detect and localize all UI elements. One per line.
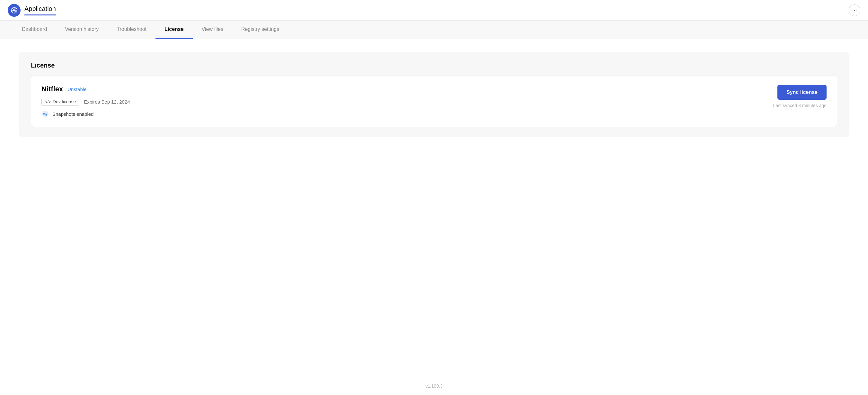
- license-card: Nitflex Unstable </> Dev license Expires…: [31, 76, 837, 127]
- tab-registry-settings[interactable]: Registry settings: [232, 21, 288, 39]
- nav-tabs: Dashboard Version history Troubleshoot L…: [0, 21, 868, 39]
- app-icon: [8, 4, 21, 17]
- license-name: Nitflex: [41, 85, 63, 93]
- header-left: Application: [8, 4, 56, 17]
- footer: v1.109.3: [0, 384, 868, 389]
- unstable-badge: Unstable: [67, 87, 86, 92]
- app-title: Application: [24, 5, 56, 16]
- tab-license[interactable]: License: [155, 21, 193, 39]
- tab-dashboard[interactable]: Dashboard: [13, 21, 56, 39]
- version-text: v1.109.3: [425, 384, 443, 389]
- license-name-row: Nitflex Unstable: [41, 85, 130, 93]
- tab-troubleshoot[interactable]: Troubleshoot: [107, 21, 155, 39]
- snapshots-row: Snapshots enabled: [41, 110, 130, 118]
- main-content: License Nitflex Unstable </> Dev license…: [0, 39, 868, 149]
- license-actions: Sync license Last synced 3 minutes ago: [773, 85, 827, 108]
- last-synced-text: Last synced 3 minutes ago: [773, 103, 827, 108]
- license-section-card: License Nitflex Unstable </> Dev license…: [19, 52, 849, 137]
- dev-license-label: Dev license: [53, 99, 76, 104]
- dev-license-badge: </> Dev license: [41, 98, 79, 106]
- tab-view-files[interactable]: View files: [193, 21, 232, 39]
- license-details-row: </> Dev license Expires Sep 12, 2024: [41, 98, 130, 106]
- snapshots-icon: [41, 110, 49, 118]
- header: Application ···: [0, 0, 868, 21]
- header-menu-button[interactable]: ···: [849, 4, 860, 16]
- section-title: License: [31, 62, 837, 69]
- tab-version-history[interactable]: Version history: [56, 21, 107, 39]
- code-icon: </>: [45, 100, 51, 104]
- sync-license-button[interactable]: Sync license: [777, 85, 827, 100]
- ellipsis-icon: ···: [852, 7, 857, 13]
- snapshots-label: Snapshots enabled: [52, 111, 93, 117]
- license-info: Nitflex Unstable </> Dev license Expires…: [41, 85, 130, 118]
- svg-point-5: [13, 9, 15, 11]
- expires-text: Expires Sep 12, 2024: [84, 99, 130, 105]
